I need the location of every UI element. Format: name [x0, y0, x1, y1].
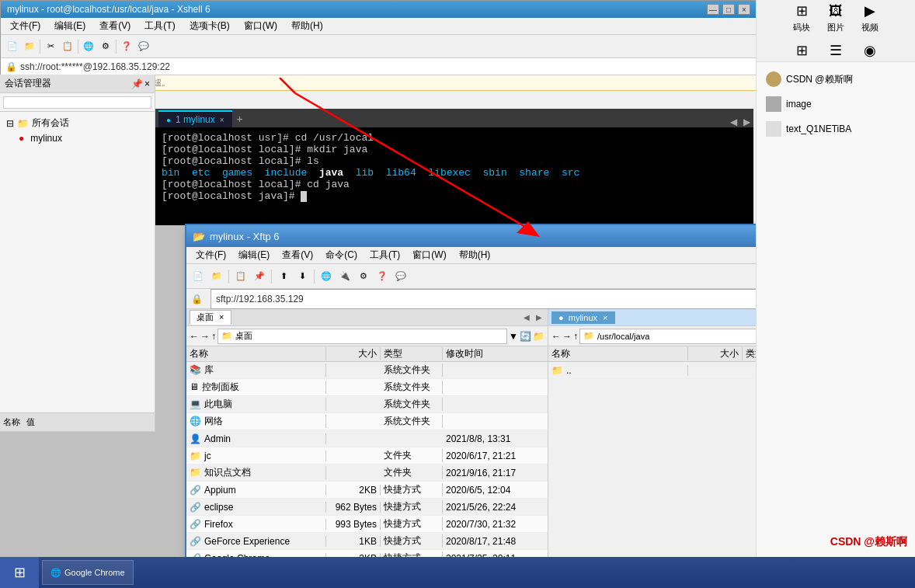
xftp-menu-window[interactable]: 窗口(W)	[406, 247, 452, 263]
left-file-row[interactable]: 💻此电脑 系统文件夹	[186, 396, 548, 413]
xftp-toolbar-chat[interactable]: 💬	[392, 268, 409, 285]
menu-edit[interactable]: 编辑(E)	[48, 18, 92, 34]
tree-item-all-sessions[interactable]: ⊟ 📁 所有会话	[3, 115, 151, 131]
file-icon: 📚	[190, 364, 201, 375]
right-nav-up[interactable]: ↑	[573, 331, 578, 342]
taskbar-item-chrome[interactable]: 🌐 Google Chrome	[42, 560, 134, 585]
csdn-text-label: text_Q1NETiBA	[786, 124, 851, 134]
xshell-close[interactable]: ×	[738, 4, 750, 15]
right-nav-back[interactable]: ←	[551, 331, 561, 342]
left-nav-back[interactable]: ←	[190, 331, 199, 342]
right-panel-tab-mylinux[interactable]: ● mylinux ×	[551, 311, 615, 324]
csdn-image-text: image	[786, 99, 812, 110]
toolbar-new[interactable]: 📄	[4, 38, 21, 55]
col-date-header: 修改时间	[443, 347, 548, 360]
xftp-toolbar-paste[interactable]: 📌	[251, 268, 268, 285]
xftp-menu-cmd[interactable]: 命令(C)	[319, 247, 364, 263]
csdn-user-item[interactable]: CSDN @赖斯啊	[763, 68, 909, 90]
left-nav-forward[interactable]: →	[200, 331, 210, 342]
rp-list-btn[interactable]: ☰	[825, 40, 847, 61]
left-new-folder[interactable]: 📁	[533, 331, 544, 342]
session-header: 会话管理器 📌 ×	[0, 75, 155, 93]
toolbar-copy[interactable]: 📋	[59, 38, 76, 55]
menu-help[interactable]: 帮助(H)	[285, 18, 329, 34]
left-panel-address[interactable]: 📁 桌面	[217, 329, 507, 344]
left-file-row[interactable]: 🖥控制面板 系统文件夹	[186, 379, 548, 396]
xftp-toolbar-new[interactable]: 📄	[190, 268, 207, 285]
sidebar-close[interactable]: ×	[144, 78, 150, 89]
file-type-cell: 快捷方式	[381, 483, 443, 496]
menu-tabs[interactable]: 选项卡(B)	[183, 18, 236, 34]
menu-file[interactable]: 文件(F)	[4, 18, 47, 34]
xftp-toolbar-help[interactable]: ❓	[374, 268, 391, 285]
xftp-toolbar-connect-icon[interactable]: 🔌	[336, 268, 353, 285]
terminal-content[interactable]: [root@localhost usr]# cd /usr/local [roo…	[155, 127, 753, 225]
left-file-row[interactable]: 🌐网络 系统文件夹	[186, 413, 548, 430]
menu-view[interactable]: 查看(V)	[93, 18, 137, 34]
left-tab-close[interactable]: ×	[219, 312, 224, 322]
xftp-toolbar-copy[interactable]: 📋	[232, 268, 249, 285]
left-file-row[interactable]: 🔗eclipse 962 Bytes 快捷方式 2021/5/26, 22:24	[186, 499, 548, 516]
rp-image-btn[interactable]: 🖼 图片	[825, 0, 847, 33]
session-search-input[interactable]	[3, 96, 151, 109]
xftp-toolbar-upload[interactable]: ⬆	[275, 268, 292, 285]
file-date-cell: 2021/9/16, 21:17	[443, 468, 548, 478]
left-file-row[interactable]: 📁知识点文档 文件夹 2021/9/16, 21:17	[186, 464, 548, 482]
toolbar-cut[interactable]: ✂	[42, 38, 59, 55]
file-name-cell: 🔗eclipse	[186, 502, 326, 513]
tree-item-mylinux[interactable]: ● mylinux	[3, 131, 151, 145]
toolbar-help[interactable]: ❓	[118, 38, 135, 55]
right-tab-close[interactable]: ×	[603, 313, 607, 322]
left-nav-next[interactable]: ▶	[534, 312, 544, 322]
xftp-menu-tools[interactable]: 工具(T)	[364, 247, 406, 263]
rp-eye-btn[interactable]: ◉	[859, 40, 881, 61]
session-footer-row: 名称 值	[3, 416, 151, 428]
xftp-address-bar[interactable]: sftp://192.168.35.129	[210, 289, 820, 309]
toolbar-open[interactable]: 📁	[21, 38, 38, 55]
xftp-toolbar-open[interactable]: 📁	[208, 268, 225, 285]
tab-prev[interactable]: ◀	[727, 117, 740, 127]
tab-add-btn[interactable]: +	[232, 110, 248, 127]
xftp-menu-file[interactable]: 文件(F)	[190, 247, 232, 263]
xftp-menu-edit[interactable]: 编辑(E)	[232, 247, 276, 263]
left-file-row[interactable]: 🔗Appium 2KB 快捷方式 2020/6/5, 12:04	[186, 482, 548, 499]
left-panel-tab-desktop[interactable]: 桌面 ×	[190, 310, 231, 325]
tab-mylinux[interactable]: ● 1 mylinux ×	[158, 110, 232, 127]
xftp-toolbar-download[interactable]: ⬇	[294, 268, 311, 285]
left-refresh[interactable]: 🔄	[520, 331, 531, 342]
left-file-row[interactable]: 👤Admin 2021/8/8, 13:31	[186, 430, 548, 447]
menu-tools[interactable]: 工具(T)	[138, 18, 181, 34]
xftp-menu-view[interactable]: 查看(V)	[276, 247, 319, 263]
xshell-minimize[interactable]: —	[707, 4, 719, 15]
left-address-dropdown[interactable]: ▼	[509, 331, 518, 342]
xshell-maximize[interactable]: □	[722, 4, 735, 15]
right-nav-forward[interactable]: →	[562, 331, 572, 342]
left-file-row[interactable]: 📚库 系统文件夹	[186, 362, 548, 379]
tab-nav: ◀ ▶	[727, 117, 753, 127]
csdn-text-item[interactable]: text_Q1NETiBA	[763, 118, 909, 140]
file-type-cell: 快捷方式	[381, 517, 443, 531]
taskbar-start-btn[interactable]: ⊞	[0, 557, 39, 588]
toolbar-chat[interactable]: 💬	[135, 38, 152, 55]
xftp-left-panel: 桌面 × ◀ ▶ ← → ↑ 📁 桌面 ▼ 🔄 📁	[186, 309, 548, 586]
left-file-row[interactable]: 📁jc 文件夹 2020/6/17, 21:21	[186, 447, 548, 464]
left-file-row[interactable]: 🔗GeForce Experience 1KB 快捷方式 2020/8/17, …	[186, 533, 548, 550]
menu-window[interactable]: 窗口(W)	[238, 18, 284, 34]
left-file-row[interactable]: 🔗Firefox 993 Bytes 快捷方式 2020/7/30, 21:32	[186, 516, 548, 533]
xftp-toolbar-settings[interactable]: ⚙	[355, 268, 372, 285]
tab-close-btn[interactable]: ×	[220, 116, 224, 124]
xftp-menu-help[interactable]: 帮助(H)	[453, 247, 497, 263]
csdn-image-item[interactable]: image	[763, 93, 909, 115]
left-nav-prev[interactable]: ◀	[521, 312, 532, 322]
tab-next[interactable]: ▶	[740, 117, 753, 127]
toolbar-connect[interactable]: 🌐	[80, 38, 97, 55]
rp-grid-btn[interactable]: ⊞	[791, 40, 812, 61]
xshell-address-text: ssh://root:******@192.168.35.129:22	[20, 61, 170, 72]
sidebar-pin[interactable]: 📌	[131, 78, 143, 89]
rp-code-block-btn[interactable]: ⊞ 码块	[791, 0, 812, 33]
file-name-cell: 📁jc	[186, 451, 326, 461]
xftp-toolbar-globe[interactable]: 🌐	[318, 268, 335, 285]
rp-video-btn[interactable]: ▶ 视频	[859, 0, 881, 33]
left-nav-up[interactable]: ↑	[211, 331, 216, 342]
toolbar-settings[interactable]: ⚙	[97, 38, 114, 55]
